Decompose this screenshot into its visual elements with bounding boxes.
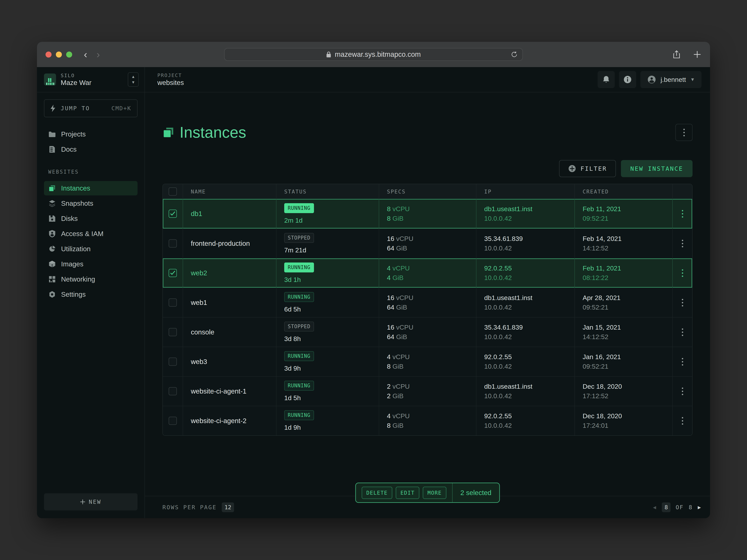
sidebar-item-instances[interactable]: Instances: [44, 181, 137, 195]
row-menu-button[interactable]: [682, 269, 683, 277]
uptime: 1d 5h: [284, 394, 379, 402]
table-body: db1 RUNNING 2m 1d 8 vCPU 8 GiB db1.useas…: [163, 199, 692, 435]
hostname: db1.useast1.inst: [484, 382, 574, 391]
hostname: 92.0.2.55: [484, 264, 574, 273]
memory-unit: GiB: [392, 363, 404, 370]
silo-switcher-button[interactable]: ▲ ▼: [128, 72, 139, 87]
page-title: Instances: [180, 124, 246, 141]
instance-name[interactable]: web2: [191, 269, 276, 277]
info-button[interactable]: [619, 71, 636, 88]
row-menu-button[interactable]: [682, 210, 683, 218]
sidebar-item-networking[interactable]: Networking: [44, 272, 137, 287]
cpu-value: 4: [387, 412, 391, 420]
more-button[interactable]: MORE: [423, 487, 446, 499]
sidebar-item-label: Disks: [61, 215, 78, 222]
table-row[interactable]: web2 RUNNING 3d 1h 4 vCPU 4 GiB 92.0.2.5…: [163, 258, 692, 288]
row-checkbox[interactable]: [169, 239, 177, 247]
row-menu-button[interactable]: [682, 388, 683, 395]
sidebar-item-projects[interactable]: Projects: [44, 127, 137, 141]
row-menu-button[interactable]: [682, 358, 683, 366]
sidebar-item-label: Networking: [61, 275, 95, 283]
prev-page-icon[interactable]: ◀: [653, 504, 657, 510]
sidebar-item-settings[interactable]: Settings: [44, 287, 137, 301]
column-header-ip[interactable]: IP: [476, 184, 575, 199]
instance-name[interactable]: web3: [191, 358, 276, 366]
back-button[interactable]: ‹: [84, 49, 87, 59]
url-bar[interactable]: mazewar.sys.bitmapco.com: [224, 48, 523, 61]
filter-button[interactable]: FILTER: [559, 160, 616, 177]
delete-button[interactable]: DELETE: [362, 487, 392, 499]
uptime: 2m 1d: [284, 217, 379, 224]
row-checkbox[interactable]: [169, 269, 177, 277]
jump-to-label: JUMP TO: [61, 105, 90, 112]
table-row[interactable]: frontend-production STOPPED 7m 21d 16 vC…: [163, 229, 692, 258]
total-pages: 8: [689, 504, 693, 511]
forward-button[interactable]: ›: [97, 49, 100, 59]
row-menu-button[interactable]: [682, 417, 683, 425]
table-row[interactable]: website-ci-agent-2 RUNNING 1d 9h 4 vCPU …: [163, 406, 692, 435]
column-header-created[interactable]: CREATED: [575, 184, 673, 199]
zoom-window-button[interactable]: [66, 52, 72, 58]
instance-name[interactable]: website-ci-agent-2: [191, 417, 276, 425]
table-row[interactable]: web1 RUNNING 6d 5h 16 vCPU 64 GiB db1.us…: [163, 288, 692, 317]
row-checkbox[interactable]: [169, 417, 177, 425]
instance-name[interactable]: web1: [191, 299, 276, 306]
instance-name[interactable]: frontend-production: [191, 240, 276, 247]
sidebar-item-snapshots[interactable]: Snapshots: [44, 196, 137, 211]
row-checkbox[interactable]: [169, 298, 177, 306]
table-row[interactable]: web3 RUNNING 3d 9h 4 vCPU 8 GiB 92.0.2.5…: [163, 347, 692, 376]
table-row[interactable]: website-ci-agent-1 RUNNING 1d 5h 2 vCPU …: [163, 376, 692, 406]
table-row[interactable]: console STOPPED 3d 8h 16 vCPU 64 GiB 35.…: [163, 317, 692, 347]
close-window-button[interactable]: [46, 52, 52, 58]
user-menu[interactable]: j.bennett ▼: [640, 71, 701, 88]
new-tab-icon[interactable]: [693, 50, 701, 59]
row-checkbox[interactable]: [169, 328, 177, 336]
pie-icon: [48, 245, 56, 252]
column-header-status[interactable]: STATUS: [277, 184, 379, 199]
shield-user-icon: [48, 230, 56, 237]
sidebar-item-disks[interactable]: Disks: [44, 211, 137, 226]
column-header-name[interactable]: NAME: [183, 184, 277, 199]
kebab-icon: [684, 129, 685, 136]
sidebar-item-access-iam[interactable]: Access & IAM: [44, 226, 137, 241]
next-page-icon[interactable]: ▶: [698, 504, 701, 510]
minimize-window-button[interactable]: [56, 52, 62, 58]
instance-name[interactable]: website-ci-agent-1: [191, 387, 276, 395]
rows-per-page-value[interactable]: 12: [222, 502, 234, 512]
memory-value: 4: [387, 274, 391, 282]
internal-ip: 10.0.0.42: [484, 302, 574, 312]
status-badge: RUNNING: [284, 203, 314, 213]
sidebar-item-utilization[interactable]: Utilization: [44, 242, 137, 256]
edit-button[interactable]: EDIT: [396, 487, 419, 499]
instance-name[interactable]: console: [191, 328, 276, 336]
page-menu-button[interactable]: [675, 124, 693, 141]
sidebar-item-images[interactable]: Images: [44, 257, 137, 271]
row-checkbox[interactable]: [169, 210, 177, 218]
sidebar-new-button[interactable]: NEW: [44, 493, 137, 510]
notifications-button[interactable]: [598, 71, 615, 88]
table-row[interactable]: db1 RUNNING 2m 1d 8 vCPU 8 GiB db1.useas…: [163, 199, 692, 229]
sidebar-item-label: Projects: [61, 130, 85, 138]
row-checkbox[interactable]: [169, 387, 177, 395]
instance-name[interactable]: db1: [191, 210, 276, 218]
row-checkbox[interactable]: [169, 357, 177, 366]
project-name[interactable]: websites: [157, 79, 184, 86]
memory-unit: GiB: [392, 215, 404, 222]
sidebar-item-label: Docs: [61, 145, 77, 153]
share-icon[interactable]: [673, 50, 680, 59]
created-time: 09:52:21: [583, 214, 672, 223]
created-time: 14:12:52: [583, 243, 672, 253]
table-header: NAME STATUS SPECS IP CREATED: [163, 184, 692, 199]
jump-to-button[interactable]: JUMP TO CMD+K: [44, 99, 137, 117]
browser-chrome: ‹ › mazewar.sys.bitmapco.com: [37, 42, 710, 67]
sidebar-item-docs[interactable]: Docs: [44, 142, 137, 157]
column-header-specs[interactable]: SPECS: [379, 184, 476, 199]
silo-picker[interactable]: SILO Maze War ▲ ▼: [37, 67, 145, 92]
reload-icon[interactable]: [511, 51, 518, 58]
row-menu-button[interactable]: [682, 299, 683, 306]
row-menu-button[interactable]: [682, 240, 683, 247]
select-all-checkbox[interactable]: [169, 187, 177, 195]
lightning-icon: [50, 105, 56, 112]
row-menu-button[interactable]: [682, 328, 683, 336]
new-instance-button[interactable]: NEW INSTANCE: [621, 160, 693, 177]
